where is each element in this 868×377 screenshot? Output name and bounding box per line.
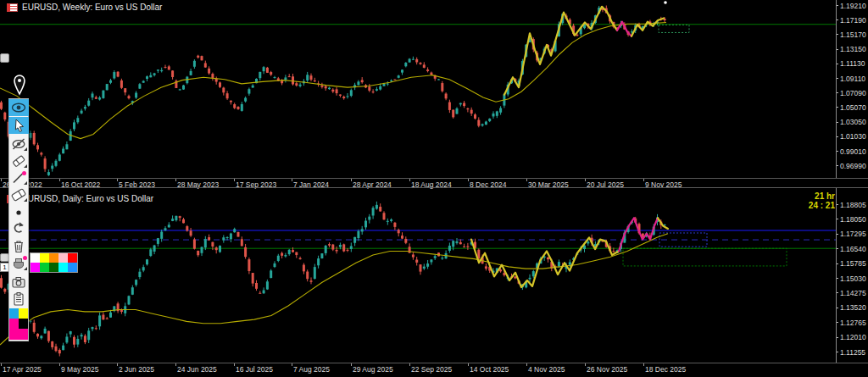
price-label: 1.03050 — [840, 118, 866, 126]
swatch-black[interactable] — [19, 319, 28, 329]
price-label: 1.17190 — [840, 16, 866, 25]
date-tick — [234, 363, 235, 366]
price-label: 1.11255 — [840, 348, 865, 357]
palette-swatch[interactable] — [31, 263, 40, 272]
EURUSD-Weekly-candles-svg — [0, 0, 836, 179]
trash-icon — [11, 239, 26, 254]
submenu-arrow-icon — [24, 181, 27, 185]
price-label: 1.12010 — [840, 333, 866, 341]
palette-swatch[interactable] — [68, 263, 77, 272]
rectangle-annotation — [623, 248, 787, 266]
submenu-arrow-icon — [24, 267, 27, 270]
submenu-arrow-icon — [24, 147, 27, 151]
daily-chart-title: EURUSD, Daily: Euro vs US Dollar — [22, 194, 153, 203]
EURUSD-Daily-candles-svg — [0, 188, 836, 363]
weekly-chart-header: EURUSD, Weekly: Euro vs US Dollar — [7, 3, 162, 12]
rectangle-annotation — [659, 25, 689, 32]
date-tick — [117, 363, 118, 366]
date-tick — [643, 363, 644, 366]
undo-tool[interactable] — [8, 219, 29, 236]
daily-time-axis[interactable]: 17 Apr 20259 May 20252 Jun 202524 Jun 20… — [0, 363, 868, 377]
camera-icon — [11, 275, 26, 289]
price-label: 1.01030 — [840, 132, 866, 141]
date-tick — [409, 363, 410, 366]
price-label: 1.05070 — [840, 103, 866, 112]
clipboard-tool[interactable] — [8, 291, 29, 308]
panel-separator[interactable] — [0, 187, 868, 188]
date-tick — [351, 179, 352, 181]
minimized-indicator-button[interactable] — [0, 53, 9, 63]
weekly-chart-bottom-border — [0, 178, 868, 179]
date-tick — [585, 363, 586, 366]
dot-tool[interactable] — [8, 204, 29, 221]
weekly-chart-plot[interactable] — [0, 0, 836, 179]
date-tick — [351, 363, 352, 366]
zigzag-line — [471, 237, 619, 287]
price-label: 1.18805 — [840, 201, 866, 209]
price-label: 1.12765 — [840, 319, 866, 327]
palette-swatch[interactable] — [49, 263, 58, 272]
price-label: 1.07090 — [840, 89, 866, 97]
price-label: 1.19210 — [840, 2, 866, 10]
date-label: 24 Jun 2025 — [177, 365, 217, 374]
zigzag-line — [504, 7, 617, 95]
price-label: 1.16540 — [840, 245, 866, 253]
palette-swatch[interactable] — [49, 253, 58, 263]
price-label: 1.15170 — [840, 30, 866, 39]
weekly-axis-border — [836, 0, 837, 178]
trendline-tool[interactable] — [8, 169, 29, 186]
palette-swatch[interactable] — [40, 263, 49, 272]
price-label: 1.09110 — [840, 75, 865, 83]
moving-average-line — [0, 23, 666, 139]
price-label: 1.14275 — [840, 289, 866, 297]
candle-countdown-timer: 24 : 21 — [678, 202, 835, 210]
pen-nib-icon — [10, 72, 29, 96]
price-label: 1.13150 — [840, 45, 866, 53]
daily-chart-plot[interactable] — [0, 188, 836, 363]
palette-swatch[interactable] — [58, 253, 68, 263]
palette-swatch[interactable] — [40, 253, 49, 263]
candle-marker-dot — [664, 1, 667, 4]
date-label: 4 Nov 2025 — [528, 365, 565, 374]
date-label: 14 Oct 2025 — [470, 365, 509, 374]
delete-tool[interactable] — [8, 238, 29, 255]
date-tick — [468, 179, 469, 181]
date-tick — [526, 179, 527, 181]
price-label: 1.15030 — [840, 274, 866, 283]
palette-swatch[interactable] — [31, 253, 40, 263]
big-eraser-tool[interactable] — [8, 186, 29, 203]
price-label: 1.15785 — [840, 259, 866, 268]
weekly-price-axis[interactable]: 1.192101.171901.151701.131501.111301.091… — [836, 0, 868, 178]
date-label: 17 Apr 2025 — [3, 365, 42, 374]
color-dot-icon — [23, 256, 27, 260]
eraser-tool[interactable] — [8, 152, 29, 169]
weekly-time-axis[interactable]: 26 Jun 202216 Oct 20225 Feb 202328 May 2… — [0, 179, 868, 187]
date-label: 26 Nov 2025 — [587, 365, 627, 374]
daily-chart-bottom-border — [0, 363, 868, 363]
date-tick — [175, 363, 176, 366]
date-label: 18 Dec 2025 — [645, 365, 686, 374]
camera-tool[interactable] — [8, 274, 29, 291]
swatch-cyan[interactable] — [9, 308, 19, 319]
color-dot-icon — [22, 171, 26, 175]
clipboard-icon — [11, 291, 26, 307]
palette-swatch[interactable] — [58, 263, 68, 272]
date-tick — [643, 179, 644, 181]
candles-group — [0, 202, 666, 357]
date-label: 16 Jul 2025 — [236, 365, 273, 374]
hide-object-tool[interactable] — [8, 136, 29, 152]
date-label: 9 May 2025 — [61, 365, 98, 374]
paint-bucket-tool[interactable] — [8, 255, 29, 272]
palette-swatch[interactable] — [68, 253, 77, 263]
eye-icon — [11, 102, 26, 114]
daily-price-axis[interactable]: 1.188051.180501.172951.165401.157851.150… — [836, 188, 868, 363]
cursor-tool[interactable] — [8, 117, 29, 134]
eye-tool[interactable] — [8, 99, 29, 116]
price-label: 0.96990 — [840, 162, 866, 170]
date-tick — [1, 363, 2, 366]
daily-axis-border — [836, 188, 837, 363]
swatch-yellow[interactable] — [19, 308, 28, 319]
price-label: 1.11130 — [840, 59, 865, 68]
date-label: 2 Jun 2025 — [119, 365, 154, 374]
pen-tool[interactable] — [10, 72, 29, 99]
